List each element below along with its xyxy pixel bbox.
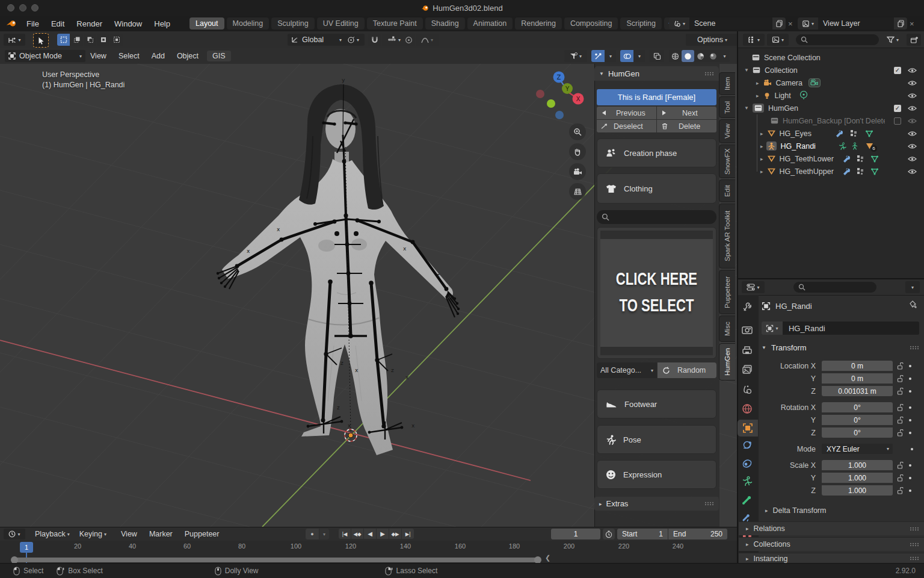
viewport-menu-add[interactable]: Add: [146, 52, 171, 60]
eye-icon[interactable]: [908, 169, 917, 175]
overlays-toggle[interactable]: [620, 50, 633, 62]
active-tool-button[interactable]: [33, 33, 49, 48]
navigation-gizmo[interactable]: Z Y X: [536, 72, 584, 120]
outliner-row-collection[interactable]: ▼ Collection ✓: [739, 64, 924, 76]
pose-button[interactable]: Pose: [597, 425, 716, 454]
options-dropdown[interactable]: Options ▾: [686, 34, 739, 46]
viewport-menu-gis[interactable]: GIS: [207, 51, 231, 61]
properties-tab-tool[interactable]: [741, 301, 753, 313]
clothing-thumbnail[interactable]: CLICK HERE TO SELECT: [597, 227, 716, 359]
proportional-falloff-dropdown[interactable]: ▾: [416, 34, 439, 46]
workspace-tab-rendering[interactable]: Rendering: [515, 17, 562, 30]
view-layer-copy-button[interactable]: [894, 17, 907, 30]
sidebar-tab-misc[interactable]: Misc: [719, 315, 735, 342]
panel-grip[interactable]: [910, 542, 919, 547]
snap-toggle[interactable]: [368, 34, 381, 46]
next-button[interactable]: Next: [657, 107, 716, 119]
properties-tab-physics[interactable]: [741, 439, 753, 451]
eye-icon[interactable]: [908, 80, 917, 86]
workspace-tab-uv-editing[interactable]: UV Editing: [317, 17, 365, 30]
timeline-ruler[interactable]: 20 40 60 80 100 120 140 160 180 200 220 …: [0, 541, 738, 555]
object-id-dropdown[interactable]: ▾: [762, 322, 783, 335]
menu-window[interactable]: Window: [108, 19, 148, 28]
eye-icon[interactable]: [908, 93, 917, 99]
workspace-tab-scripting[interactable]: Scripting: [620, 17, 662, 30]
delta-transform-header[interactable]: ▸ Delta Transform: [765, 505, 826, 517]
instancing-panel-header[interactable]: ▸ Instancing: [739, 553, 924, 564]
modifier-wrench-icon[interactable]: [842, 155, 850, 163]
human-model[interactable]: [222, 84, 453, 455]
select-mode-extend-button[interactable]: [70, 34, 83, 46]
scene-name-field[interactable]: Scene: [689, 17, 772, 30]
properties-tab-bone[interactable]: [741, 494, 753, 506]
shading-wireframe-button[interactable]: [669, 50, 682, 62]
current-frame-field[interactable]: 1: [551, 529, 600, 539]
shading-rendered-button[interactable]: [707, 50, 719, 62]
relations-panel-header[interactable]: ▸ Relations: [739, 521, 924, 535]
workspace-tab-texture-paint[interactable]: Texture Paint: [367, 17, 423, 30]
expression-button[interactable]: Expression: [597, 460, 716, 489]
collection-checkbox[interactable]: ✓: [894, 105, 901, 112]
lock-icon[interactable]: [897, 429, 904, 437]
animate-dot[interactable]: [909, 365, 911, 367]
expand-icon[interactable]: ▼: [744, 105, 749, 111]
end-frame-field[interactable]: End250: [668, 529, 727, 539]
lock-icon[interactable]: [897, 362, 904, 370]
animate-dot[interactable]: [909, 378, 911, 380]
collection-checkbox-unchecked[interactable]: [894, 117, 901, 125]
clothing-button[interactable]: Clothing: [597, 173, 716, 204]
lock-icon[interactable]: [897, 474, 904, 482]
mode-dropdown[interactable]: Object Mode ▾: [5, 50, 85, 62]
sidebar-tab-item[interactable]: Item: [719, 72, 735, 95]
menu-help[interactable]: Help: [148, 19, 176, 28]
jump-to-start-button[interactable]: |◀: [339, 529, 351, 539]
mesh-badge-icon[interactable]: 6: [865, 142, 875, 151]
animate-dot[interactable]: [909, 432, 911, 434]
animate-dot[interactable]: [909, 489, 911, 492]
outliner-row-humgen-collection[interactable]: ▼ HumGen ✓: [739, 102, 924, 114]
eye-icon[interactable]: [908, 105, 917, 111]
properties-tab-output[interactable]: [741, 344, 753, 356]
timeline-editor-type-button[interactable]: ▾: [4, 529, 25, 539]
zoom-view-button[interactable]: [569, 123, 586, 140]
panel-grip[interactable]: [704, 72, 714, 76]
lock-icon[interactable]: [897, 417, 904, 424]
properties-tab-constraints[interactable]: [741, 458, 753, 470]
humgen-banner[interactable]: This is Randi [Female]: [597, 89, 716, 105]
animate-dot[interactable]: [909, 477, 911, 479]
viewport-menu-select[interactable]: Select: [112, 52, 146, 60]
mesh-data-icon[interactable]: [870, 155, 879, 163]
workspace-tab-compositing[interactable]: Compositing: [564, 17, 618, 30]
clothing-search-input[interactable]: [597, 210, 716, 224]
outliner-row-hg-eyes[interactable]: ▸ HG_Eyes: [739, 127, 924, 140]
collections-panel-header[interactable]: ▸ Collections: [739, 537, 924, 551]
view-layer-icon[interactable]: ▾: [798, 17, 818, 30]
scale-z-field[interactable]: 1.000: [822, 485, 893, 496]
outliner-row-hg-teethlower[interactable]: ▸ HG_TeethLower: [739, 152, 924, 165]
eye-icon[interactable]: [908, 131, 917, 137]
previous-button[interactable]: Previous: [597, 107, 656, 119]
auto-keying-toggle[interactable]: ●: [306, 529, 319, 539]
mesh-data-icon[interactable]: [870, 168, 879, 175]
orthographic-toggle-button[interactable]: [569, 183, 586, 200]
sidebar-tab-edit[interactable]: Edit: [719, 179, 735, 202]
panel-grip[interactable]: [910, 346, 919, 350]
shapekey-grid-icon[interactable]: [850, 129, 857, 137]
overlays-dropdown[interactable]: ▾: [634, 50, 645, 62]
select-mode-set-button[interactable]: [57, 34, 70, 46]
panel-grip[interactable]: [704, 502, 714, 506]
scale-y-field[interactable]: 1.000: [822, 473, 893, 483]
pose-mode-icon[interactable]: [838, 142, 846, 151]
humgen-panel-header[interactable]: ▼ HumGen: [594, 66, 719, 81]
timeline-menu-marker[interactable]: Marker: [143, 530, 179, 538]
editor-type-button[interactable]: ▾: [4, 34, 25, 46]
location-z-field[interactable]: 0.001031 m: [822, 386, 893, 396]
properties-options-dropdown[interactable]: ▾: [905, 281, 920, 293]
scene-copy-button[interactable]: [772, 17, 786, 30]
timeline-menu-view[interactable]: View: [115, 530, 143, 538]
collapse-icon[interactable]: ▸: [760, 131, 763, 137]
rotation-y-field[interactable]: 0°: [822, 415, 893, 425]
properties-tab-world[interactable]: [741, 403, 753, 415]
extras-panel-header[interactable]: ▸ Extras: [594, 497, 719, 511]
next-keyframe-button[interactable]: ◆▶: [389, 529, 401, 539]
